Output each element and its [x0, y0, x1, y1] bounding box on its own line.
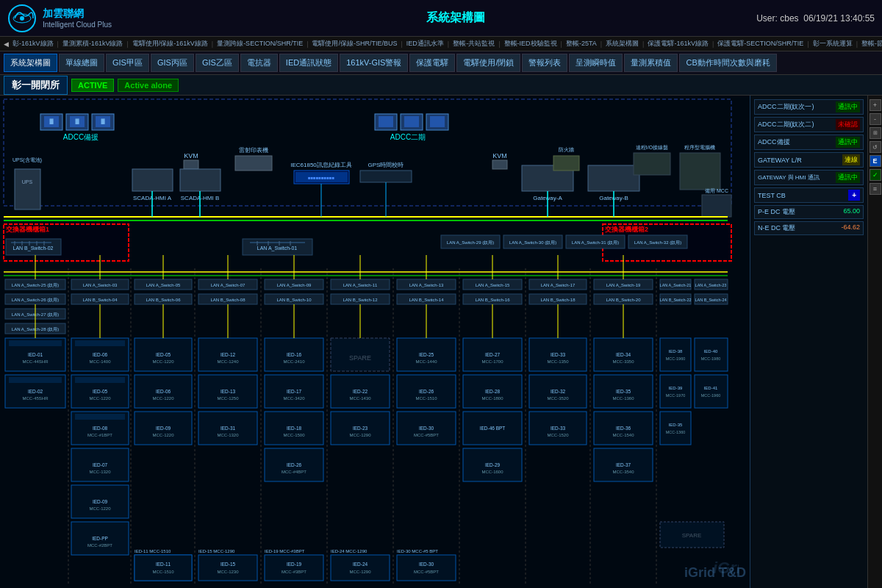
svg-text:LAN B_Switch-20: LAN B_Switch-20 — [606, 298, 641, 302]
tab-single-diagram[interactable]: 單線總圖 — [59, 54, 104, 72]
svg-text:LAN A_Switch-05: LAN A_Switch-05 — [146, 283, 181, 287]
breadcrumb-item[interactable]: 量測跨線-SECTION/SHR/TIE — [217, 39, 303, 49]
tab-reactor[interactable]: 電抗器 — [240, 54, 278, 72]
svg-text:IED-12: IED-12 — [220, 352, 236, 357]
svg-text:MCC-3540: MCC-3540 — [612, 470, 634, 474]
svg-text:IED-25: IED-25 — [419, 352, 434, 357]
status-adcc-primary: ADCC二期(奴次一) 通訊中 — [754, 99, 864, 115]
status-adcc-backup-label: ADCC備援 — [758, 137, 790, 147]
tab-gis-c[interactable]: GIS丙區 — [151, 54, 194, 72]
status-active-badge: ACTIVE — [71, 79, 114, 92]
svg-text:IED-16: IED-16 — [287, 352, 302, 357]
svg-text:MCC-44SHR: MCC-44SHR — [22, 359, 49, 364]
status-adcc-backup-value: 通訊中 — [836, 137, 860, 148]
tab-accumulated[interactable]: 量測累積值 — [624, 54, 678, 72]
breadcrumb-arrow-left[interactable]: ◀ — [4, 40, 9, 48]
svg-text:IED-02: IED-02 — [28, 389, 43, 394]
svg-rect-25 — [492, 160, 507, 169]
tab-alarm-list[interactable]: 警報列表 — [522, 54, 567, 72]
tab-ied-comm[interactable]: IED通訊狀態 — [279, 54, 338, 72]
svg-text:IED-35: IED-35 — [616, 389, 631, 394]
svg-text:MCC-#5BPT: MCC-#5BPT — [414, 570, 439, 574]
svg-text:IED-19 MCC-#3BPT: IED-19 MCC-#3BPT — [265, 549, 305, 553]
svg-text:MCC-#5BPT: MCC-#5BPT — [414, 433, 439, 437]
tab-161kv-gis[interactable]: 161kV-GIS警報 — [340, 54, 408, 72]
svg-text:LAN A_Switch-25 (奴用): LAN A_Switch-25 (奴用) — [12, 283, 59, 287]
svg-rect-278 — [695, 338, 728, 371]
tab-relay[interactable]: 電驛使用/閉鎖 — [456, 54, 520, 72]
grid-button[interactable]: ⊞ — [870, 127, 881, 139]
svg-rect-49 — [680, 153, 720, 190]
status-gateway-lr-label: GATEWAY L/R — [758, 157, 802, 164]
svg-text:LAN B_Switch-16: LAN B_Switch-16 — [475, 298, 510, 302]
lan-b-switch-02: LAN B_Switch-02 — [6, 239, 61, 255]
tab-instant[interactable]: 呈測瞬時值 — [569, 54, 623, 72]
svg-text:IED-31: IED-31 — [220, 426, 236, 431]
svg-text:IED-17: IED-17 — [287, 389, 302, 394]
svg-text:MCC-3420: MCC-3420 — [283, 396, 305, 401]
svg-text:IED-05: IED-05 — [156, 352, 171, 357]
svg-text:LAN B_Switch-18: LAN B_Switch-18 — [540, 298, 576, 302]
breadcrumb-item[interactable]: 保護電驛-SECTION/SHR/TIE — [717, 39, 803, 49]
breadcrumb-item[interactable]: 彰一系統運算 — [813, 39, 853, 49]
breadcrumb-item[interactable]: IED通訊水準 — [406, 39, 444, 49]
svg-text:MCC-1970: MCC-1970 — [666, 393, 686, 398]
svg-point-2 — [20, 16, 24, 21]
svg-text:LAN A_Switch-03: LAN A_Switch-03 — [83, 283, 118, 287]
breadcrumb-item[interactable]: 保護電驛-161kV線路 — [648, 39, 709, 49]
zoom-out-button[interactable]: - — [870, 113, 881, 125]
status-adcc-backup: ADCC備援 通訊中 — [754, 135, 864, 150]
svg-text:MCC-1360: MCC-1360 — [612, 396, 634, 401]
status-gateway-hmi-value: 通訊中 — [836, 172, 860, 183]
svg-text:LAN A_Switch-23: LAN A_Switch-23 — [695, 283, 727, 287]
svg-text:GPS時間校時: GPS時間校時 — [368, 162, 404, 168]
breadcrumb-item[interactable]: 整帳-節點數 — [861, 39, 882, 49]
svg-text:LAN B_Switch-12: LAN B_Switch-12 — [343, 298, 378, 302]
tab-cb-action[interactable]: CB動作時間次數與磨耗 — [679, 54, 776, 72]
breadcrumb-item[interactable]: 電驛使用/保線-SHR/TIE/BUS — [312, 39, 397, 49]
svg-text:IED-05: IED-05 — [93, 389, 108, 394]
svg-rect-222 — [331, 555, 390, 581]
svg-text:IED-15 MCC-1290: IED-15 MCC-1290 — [198, 549, 235, 553]
svg-text:MCC-1240: MCC-1240 — [217, 359, 239, 364]
breadcrumb-item[interactable]: 電驛使用/保線-161kV線路 — [132, 39, 208, 49]
confirm-button[interactable]: ✓ — [870, 169, 881, 181]
svg-text:IED-33: IED-33 — [551, 426, 566, 431]
svg-text:▓: ▓ — [75, 118, 79, 124]
svg-rect-208 — [265, 555, 323, 581]
breadcrumb-item[interactable]: 系統架構圖 — [606, 39, 639, 49]
tab-system-arch[interactable]: 系統架構圖 — [4, 54, 57, 72]
svg-text:▓: ▓ — [49, 118, 54, 124]
svg-text:LAN B_Switch-10: LAN B_Switch-10 — [276, 298, 312, 302]
reset-button[interactable]: ↺ — [870, 141, 881, 153]
logo-text: 加雲聯網 — [43, 7, 112, 21]
svg-text:MCC-1510: MCC-1510 — [152, 570, 174, 574]
header-user: User: cbes 06/19/21 13:40:55 — [756, 13, 875, 24]
svg-text:MCC-3350: MCC-3350 — [612, 359, 634, 364]
tab-protection[interactable]: 保護電驛 — [409, 54, 455, 72]
breadcrumb-item[interactable]: 整帳-25TA — [566, 39, 597, 49]
svg-text:MCC-1290: MCC-1290 — [349, 433, 371, 437]
svg-text:IED-11 MCC-1510: IED-11 MCC-1510 — [135, 549, 171, 553]
lan-a-switch-32: LAN A_Switch-32 (奴用) — [628, 235, 687, 248]
test-cb-icon[interactable]: + — [848, 190, 860, 201]
svg-rect-43 — [588, 165, 639, 191]
breadcrumb-item[interactable]: 量測累積-161kV線路 — [62, 39, 123, 49]
status-adcc-primary-label: ADCC二期(奴次一) — [758, 102, 814, 112]
tab-gis-b[interactable]: GIS乙區 — [196, 54, 239, 72]
breadcrumb-item[interactable]: 整帳-共站監視 — [453, 39, 495, 49]
svg-rect-20 — [430, 116, 445, 127]
logo-subtitle: Intelligent Cloud Plus — [43, 21, 112, 29]
menu-button[interactable]: ≡ — [870, 183, 881, 195]
svg-text:MCC-#3BPT: MCC-#3BPT — [282, 570, 306, 574]
status-adcc-secondary-value: 未確認 — [836, 119, 860, 130]
svg-text:IED-30: IED-30 — [419, 562, 434, 567]
svg-rect-272 — [660, 375, 691, 408]
breadcrumb-item[interactable]: 整帳-IED校驗監視 — [504, 39, 557, 49]
status-gateway-lr: GATEWAY L/R 連線 — [754, 152, 864, 168]
svg-text:MCC-1510: MCC-1510 — [415, 396, 437, 401]
tab-gis-a[interactable]: GIS甲區 — [106, 54, 149, 72]
edit-button[interactable]: E — [870, 155, 881, 167]
zoom-in-button[interactable]: + — [870, 99, 881, 111]
breadcrumb-item[interactable]: 彰-161kV線路 — [12, 39, 54, 49]
